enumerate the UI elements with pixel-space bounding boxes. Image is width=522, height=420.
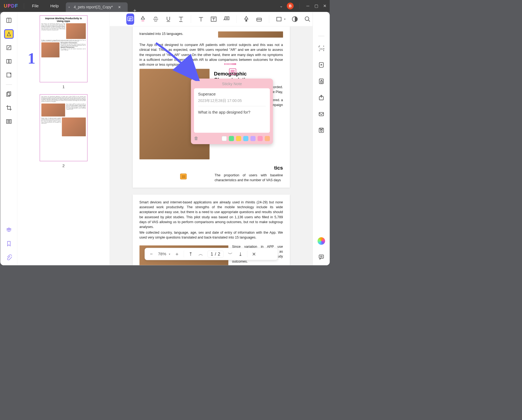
document-tab-title: 4_pets report(2)_Copy* — [74, 5, 113, 9]
fill-sign-button[interactable] — [5, 71, 13, 79]
body-text: We collected country, language, age, sex… — [139, 230, 283, 240]
tab-close-icon[interactable]: ✕ — [118, 5, 121, 9]
convert-button[interactable] — [317, 61, 326, 69]
pencil-button[interactable] — [243, 14, 250, 24]
prev-page-button[interactable]: ︿ — [197, 250, 205, 258]
menu-help[interactable]: Help — [50, 4, 59, 8]
separator — [318, 36, 324, 36]
swatch-green[interactable] — [229, 136, 234, 141]
swatch-yellow[interactable] — [236, 136, 241, 141]
svg-rect-13 — [277, 17, 281, 21]
highlight-button[interactable] — [140, 14, 146, 24]
share-icon — [318, 94, 324, 101]
zoom-level[interactable]: 78%▾ — [158, 252, 170, 256]
sticky-timestamp: 2023年12月28日 17:00:05 — [198, 98, 266, 106]
heading-baseline: tics — [139, 165, 283, 170]
email-button[interactable] — [317, 110, 326, 118]
share-button[interactable] — [317, 93, 326, 102]
sticky-note-button[interactable] — [127, 14, 134, 24]
callout-button[interactable] — [223, 14, 230, 24]
sticky-note-marker-icon[interactable] — [180, 174, 187, 179]
next-page-button[interactable]: ﹀ — [226, 250, 234, 258]
tab-pin-icon: ▾ — [68, 6, 70, 9]
strikethrough-icon — [152, 16, 159, 22]
tabs-dropdown-icon[interactable]: ⌄ — [280, 4, 283, 8]
protect-button[interactable] — [317, 77, 326, 85]
redact-button[interactable] — [5, 117, 13, 126]
svg-rect-11 — [245, 20, 247, 21]
svg-rect-26 — [319, 255, 323, 258]
body-text: The proportion of users with baseline ch… — [215, 173, 283, 183]
page-thumbnail-1[interactable]: Improve Working Productivity in Using Ap… — [40, 15, 87, 82]
swatch-orange[interactable] — [265, 136, 270, 141]
page-thumbnail-2[interactable]: Smart devices and internet-based applica… — [40, 94, 87, 161]
stamp-button[interactable] — [291, 14, 298, 24]
zoom-out-button[interactable]: − — [148, 250, 155, 258]
edit-mode-button[interactable] — [5, 43, 13, 52]
document-tab[interactable]: ▾ 4_pets report(2)_Copy* ✕ — [66, 2, 127, 12]
textbox-button[interactable] — [210, 14, 217, 24]
shape-button[interactable] — [275, 14, 282, 24]
window-maximize-icon[interactable]: ▢ — [314, 4, 319, 8]
bookmark-button[interactable] — [5, 239, 13, 248]
highlight-icon — [140, 16, 146, 22]
annotation-marker-icon[interactable] — [229, 68, 236, 75]
swatch-blue[interactable] — [243, 136, 248, 141]
first-page-button[interactable]: ⤒ — [187, 250, 194, 258]
swatch-white[interactable] — [222, 136, 227, 141]
squiggly-button[interactable] — [178, 14, 184, 24]
ocr-button[interactable]: OCR — [317, 44, 326, 53]
annotation-toolbar: ▾ — [110, 12, 313, 26]
user-avatar[interactable]: B — [287, 2, 294, 9]
ocr-icon: OCR — [318, 45, 324, 51]
page-organize-button[interactable] — [5, 57, 13, 66]
save-button[interactable] — [317, 126, 326, 135]
swatch-purple[interactable] — [250, 136, 255, 141]
reader-mode-button[interactable] — [5, 16, 13, 25]
pages-icon — [6, 58, 12, 64]
underline-button[interactable] — [165, 14, 172, 24]
menu-file[interactable]: File — [32, 4, 38, 8]
eraser-button[interactable] — [256, 14, 262, 24]
svg-rect-5 — [6, 92, 9, 96]
sticky-author: Superace — [198, 92, 266, 97]
lock-file-icon — [318, 78, 324, 84]
crop-button[interactable] — [5, 104, 13, 112]
svg-text:OCR: OCR — [320, 48, 324, 50]
window-close-icon[interactable]: ✕ — [323, 4, 327, 8]
sticky-note-popup[interactable]: Sticky Note Superace 2023年12月28日 17:00:0… — [191, 79, 273, 144]
page-indicator[interactable]: 1 / 2 — [207, 250, 223, 257]
zoom-dropdown-icon[interactable]: ▾ — [169, 252, 170, 256]
svg-rect-2 — [6, 59, 9, 63]
attachment-button[interactable] — [5, 253, 13, 262]
window-minimize-icon[interactable]: ─ — [306, 4, 310, 8]
swatch-pink[interactable] — [258, 136, 263, 141]
page-canvas[interactable]: translated into 15 languages. The App is… — [110, 26, 313, 265]
svg-rect-22 — [319, 113, 323, 116]
page-tool-button[interactable] — [5, 90, 13, 98]
layers-button[interactable] — [5, 226, 13, 234]
thumb-label-2: 2 — [62, 163, 64, 168]
comments-icon — [318, 254, 324, 260]
shape-dropdown-icon[interactable]: ▾ — [284, 17, 285, 21]
sticky-content[interactable]: What is the app designed for? — [198, 110, 266, 115]
comment-mode-button[interactable] — [5, 30, 13, 38]
delete-note-button[interactable]: 🗑 — [194, 136, 198, 141]
save-icon — [318, 127, 324, 134]
close-bar-button[interactable]: ✕ — [250, 250, 258, 258]
bookmark-icon — [6, 241, 12, 246]
last-page-button[interactable]: ⤓ — [237, 250, 244, 258]
search-button[interactable] — [304, 14, 311, 24]
separator — [6, 84, 12, 85]
zoom-in-button[interactable]: ＋ — [173, 250, 181, 258]
right-toolbar: OCR — [313, 12, 330, 265]
paperclip-icon — [6, 254, 12, 260]
sign-icon — [6, 72, 12, 78]
page-image — [218, 31, 283, 38]
text-button[interactable] — [198, 14, 204, 24]
svg-rect-6 — [8, 92, 11, 95]
comments-list-button[interactable] — [317, 253, 326, 261]
strikethrough-button[interactable] — [152, 14, 159, 24]
color-swatches — [222, 136, 270, 141]
ai-assistant-button[interactable] — [317, 237, 325, 245]
